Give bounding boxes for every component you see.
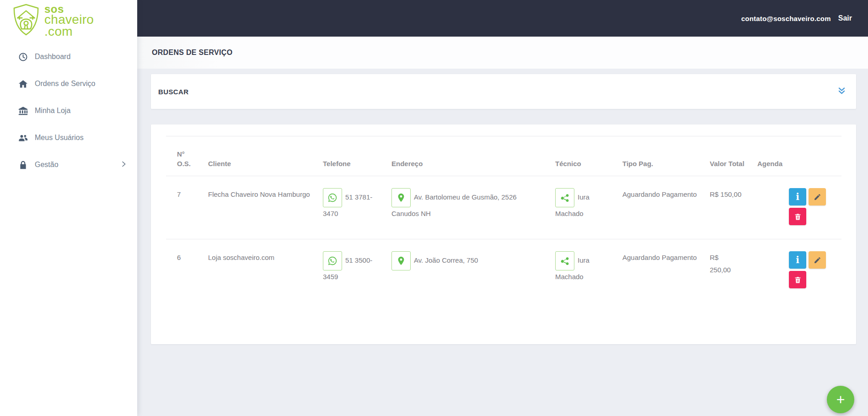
sidebar-item-minha-loja[interactable]: Minha Loja: [0, 99, 137, 123]
chevron-right-icon: [120, 161, 127, 169]
search-panel-title: BUSCAR: [158, 88, 189, 96]
delete-button[interactable]: [789, 208, 806, 225]
endereco-cell: Av. João Correa, 750: [380, 239, 544, 303]
cliente-cell: Loja soschaveiro.com: [197, 239, 312, 303]
add-order-button[interactable]: +: [827, 386, 854, 413]
os-number-cell: 7: [166, 176, 197, 239]
clock-icon: [17, 51, 28, 62]
brand-logo[interactable]: sos chaveiro .com: [0, 0, 137, 38]
telefone-cell: 51 3781-3470: [312, 176, 380, 239]
whatsapp-button[interactable]: [323, 251, 342, 270]
whatsapp-icon: [327, 256, 338, 266]
header-endereco: Endereço: [380, 136, 544, 176]
share-icon: [560, 256, 570, 266]
brand-line2: chaveiro: [44, 14, 94, 26]
tipo-pag-cell: Aguardando Pagamento: [611, 239, 699, 303]
home-icon: [17, 78, 28, 89]
pencil-icon: [814, 193, 821, 201]
tecnico-cell: Iura Machado: [544, 176, 611, 239]
whatsapp-icon: [327, 193, 338, 203]
double-chevron-down-icon[interactable]: [837, 86, 846, 97]
header-os-number: N° O.S.: [166, 136, 197, 176]
valor-total-cell: R$ 150,00: [699, 176, 746, 239]
brand-name: sos chaveiro .com: [44, 4, 94, 38]
share-icon: [560, 193, 570, 203]
trash-icon: [794, 276, 802, 284]
logout-button[interactable]: Sair: [838, 14, 852, 22]
map-pin-button[interactable]: [391, 188, 411, 207]
sidebar-item-gestao[interactable]: Gestão: [0, 153, 137, 177]
share-button[interactable]: [555, 188, 574, 207]
table-row: 7 Flecha Chaveiro Nova Hamburgo 51 3781-…: [166, 176, 841, 239]
sidebar-item-label: Gestão: [35, 161, 59, 169]
users-icon: [17, 132, 28, 143]
header-agenda: Agenda: [746, 136, 841, 176]
cliente-cell: Flecha Chaveiro Nova Hamburgo: [197, 176, 312, 239]
header-cliente: Cliente: [197, 136, 312, 176]
sidebar-item-meus-usuarios[interactable]: Meus Usuários: [0, 126, 137, 150]
sidebar-item-label: Meus Usuários: [35, 134, 84, 142]
whatsapp-button[interactable]: [323, 188, 342, 207]
trash-icon: [794, 213, 802, 221]
edit-button[interactable]: [809, 251, 826, 269]
sidebar-item-label: Minha Loja: [35, 107, 70, 115]
row-actions: i: [789, 251, 827, 288]
search-panel[interactable]: BUSCAR: [151, 74, 856, 109]
table-row: 6 Loja soschaveiro.com 51 3500-3459 Av. …: [166, 239, 841, 303]
delete-button[interactable]: [789, 271, 806, 288]
os-number-cell: 6: [166, 239, 197, 303]
table-header-row: N° O.S. Cliente Telefone Endereço Técnic…: [166, 136, 841, 176]
agenda-cell: i: [746, 176, 841, 239]
page-header: ORDENS DE SERVIÇO: [137, 37, 868, 69]
header-tipo-pag: Tipo Pag.: [611, 136, 699, 176]
brand-line3: .com: [44, 26, 94, 38]
row-actions: i: [789, 188, 827, 225]
agenda-cell: i: [746, 239, 841, 303]
orders-table-card: N° O.S. Cliente Telefone Endereço Técnic…: [151, 124, 856, 344]
pencil-icon: [814, 256, 821, 264]
telefone-cell: 51 3500-3459: [312, 239, 380, 303]
valor-total-cell: R$ 250,00: [699, 239, 746, 303]
topbar: contato@soschaveiro.com Sair: [137, 0, 868, 37]
share-button[interactable]: [555, 251, 574, 270]
sidebar-item-dashboard[interactable]: Dashboard: [0, 45, 137, 69]
info-button[interactable]: i: [789, 188, 806, 205]
page-title: ORDENS DE SERVIÇO: [152, 49, 232, 57]
map-pin-icon: [396, 193, 406, 203]
info-button[interactable]: i: [789, 251, 806, 269]
map-pin-icon: [396, 256, 406, 266]
header-tecnico: Técnico: [544, 136, 611, 176]
map-pin-button[interactable]: [391, 251, 411, 270]
info-icon: i: [796, 254, 799, 265]
bank-icon: [17, 105, 28, 116]
sidebar-nav: Dashboard Ordens de Serviço Minha Loja: [0, 45, 137, 177]
tecnico-cell: Iura Machado: [544, 239, 611, 303]
sidebar: sos chaveiro .com Dashboard Ordens de Se…: [0, 0, 137, 416]
endereco-text: Av. João Correa, 750: [414, 256, 478, 264]
lock-icon: [17, 159, 28, 170]
sidebar-item-ordens-de-servico[interactable]: Ordens de Serviço: [0, 72, 137, 96]
edit-button[interactable]: [809, 188, 826, 205]
plus-icon: +: [836, 392, 845, 407]
sidebar-item-label: Dashboard: [35, 53, 70, 61]
user-email: contato@soschaveiro.com: [741, 15, 831, 22]
info-icon: i: [796, 191, 799, 202]
shield-house-keyhole-icon: [12, 3, 40, 38]
sidebar-item-label: Ordens de Serviço: [35, 80, 96, 88]
endereco-cell: Av. Bartolomeu de Gusmão, 2526 Canudos N…: [380, 176, 544, 239]
header-telefone: Telefone: [312, 136, 380, 176]
orders-table: N° O.S. Cliente Telefone Endereço Técnic…: [166, 136, 841, 302]
tipo-pag-cell: Aguardando Pagamento: [611, 176, 699, 239]
main-content: BUSCAR N° O.S. Cliente Telefone Endereço…: [137, 69, 868, 416]
header-valor-total: Valor Total: [699, 136, 746, 176]
